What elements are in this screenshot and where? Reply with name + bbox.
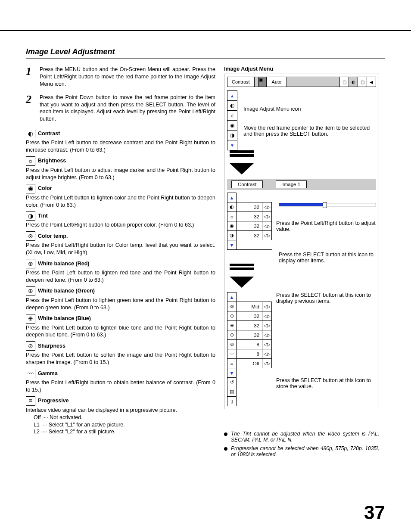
value-cell: 32	[237, 221, 262, 230]
left-right-icon: ◁▷	[262, 320, 272, 330]
adj-desc: Press the Point Left button to lighten r…	[26, 269, 215, 284]
value-list-2: ▲ ⊗Mid◁▷ ⊕32◁▷ ⊕32◁▷ ⊕32◁▷ ⊘8◁▷ 〰8◁▷ ≡Of…	[227, 292, 272, 406]
submenu-label-left: Contrast	[231, 180, 263, 188]
adj-title: White balance (Blue)	[38, 315, 91, 322]
annotation: Press the SELECT button at this icon to …	[279, 252, 376, 264]
up-arrow-icon: ▲	[227, 292, 237, 302]
sharpness-icon: ⊘	[26, 341, 35, 351]
adj-desc: Press the Point Left/Right button to obt…	[26, 221, 215, 229]
big-arrow-icon	[230, 277, 254, 288]
adj-title: White balance (Red)	[38, 260, 89, 268]
value-cell: 32	[237, 320, 262, 330]
value-cell: 32	[237, 311, 262, 320]
adj-desc: Press the Point Left button to lighten b…	[26, 324, 215, 339]
up-arrow-icon: ▲	[227, 193, 237, 202]
value-cell: 8	[237, 349, 262, 358]
progressive-option: L2 ···· Select "L2" for a still picture.	[34, 428, 215, 436]
wb-green-icon: ⊕	[227, 320, 237, 330]
adj-desc: Press the Point Left/Right button to obt…	[26, 379, 215, 394]
down-arrow-icon: ▼	[227, 140, 237, 150]
submenu-label-right: Image 1	[276, 180, 307, 188]
step-2: 2 Press the Point Down button to move th…	[26, 94, 215, 123]
left-right-icon: ◁▷	[262, 302, 272, 311]
adj-desc: Press the Point Left button to lighten g…	[26, 297, 215, 311]
left-right-icon: ◁▷	[262, 311, 272, 320]
value-cell: 32	[237, 202, 262, 212]
annotation: Image Adjust Menu icon	[243, 106, 376, 112]
value-cell: 32	[237, 212, 262, 221]
wb-green-icon: ⊕	[26, 286, 35, 296]
adj-title: Color temp.	[38, 233, 68, 240]
menubar-label: Contrast	[227, 77, 255, 87]
left-right-icon: ◁▷	[262, 330, 272, 339]
adj-desc: Press the Point Left button to decrease …	[26, 139, 215, 154]
annotation: Move the red frame pointer to the item t…	[243, 125, 376, 137]
gamma-icon: 〰	[26, 369, 35, 378]
quit-icon: ▯	[227, 396, 237, 406]
value-cell: 8	[237, 339, 262, 349]
adj-title: Brightness	[38, 157, 66, 165]
tint-icon: ◑	[26, 211, 35, 221]
figure-title: Image Adjust Menu	[224, 66, 379, 72]
brightness-icon: ☼	[26, 156, 35, 166]
value-cell: 32	[237, 230, 262, 240]
sharpness-icon: ⊘	[227, 339, 237, 349]
left-right-icon: ◁▷	[262, 339, 272, 349]
brightness-icon: ☼	[227, 212, 237, 221]
adj-title: Tint	[38, 212, 48, 220]
contrast-icon: ◐	[227, 101, 237, 111]
up-arrow-icon: ▲	[227, 91, 237, 101]
left-right-icon: ◁▷	[262, 230, 272, 240]
store-icon: ▤	[227, 387, 237, 396]
annotation: Press the SELECT button at this icon to …	[276, 292, 376, 304]
adj-desc: Interlace video signal can be displayed …	[26, 407, 215, 414]
tint-icon: ◑	[227, 131, 237, 140]
bullet-icon	[224, 432, 227, 436]
value-list-1: ▲ ◐ 32 ◁▷ ☼ 32 ◁▷ ◉ 32	[227, 193, 272, 250]
step-number: 1	[26, 66, 34, 88]
contrast-icon: ◐	[227, 202, 237, 212]
wb-blue-icon: ⊕	[26, 314, 35, 324]
value-cell: Off	[237, 358, 262, 368]
page-number: 37	[364, 502, 385, 523]
bullet-icon	[224, 447, 227, 451]
adj-desc: Press the Point Left button to adjust im…	[26, 167, 215, 181]
progressive-icon: ≡	[227, 358, 237, 368]
menubar-source-icon: ▣	[258, 77, 267, 87]
gamma-icon: 〰	[227, 349, 237, 358]
left-right-icon: ◁▷	[262, 358, 272, 368]
left-right-icon: ◁▷	[262, 349, 272, 358]
color-icon: ◉	[227, 121, 237, 131]
adj-desc: Press the Point Left button to soften th…	[26, 352, 215, 366]
colortemp-icon: ⊗	[26, 231, 35, 241]
icon-column-1: ▲ ◐ ☼ ◉ ◑ ▼	[227, 90, 237, 150]
value-cell: 32	[237, 330, 262, 339]
down-arrow-icon: ▼	[227, 368, 237, 377]
menubar-icon: ▢	[358, 77, 367, 87]
adj-desc: Press the Point Left/Right button for Co…	[26, 242, 215, 256]
adj-title: Color	[38, 185, 52, 192]
big-arrow-icon	[230, 163, 254, 174]
wb-red-icon: ⊕	[227, 311, 237, 320]
annotation: Press the Point Left/Right button to adj…	[276, 220, 376, 232]
brightness-icon: ☼	[227, 111, 237, 121]
tint-icon: ◑	[227, 230, 237, 240]
note: The Tint cannot be adjusted when the vid…	[224, 431, 379, 443]
step-1: 1 Press the MENU button and the On-Scree…	[26, 66, 215, 88]
step-text: Press the MENU button and the On-Screen …	[40, 66, 215, 88]
progressive-option: Off ···· Not activated.	[34, 414, 215, 421]
color-icon: ◉	[227, 221, 237, 230]
left-right-icon: ◁▷	[262, 202, 272, 212]
contrast-icon: ◐	[26, 129, 35, 138]
section-underline	[26, 58, 385, 59]
menubar: Contrast ▣ Auto ▢ ◐ ▢ ◀	[227, 77, 376, 87]
colortemp-icon: ⊗	[227, 302, 237, 311]
adj-title: Sharpness	[38, 342, 65, 350]
slider	[279, 202, 376, 207]
progressive-option: L1 ···· Select "L1" for an active pictur…	[34, 421, 215, 429]
note: Progressive cannot be selected when 480p…	[224, 445, 379, 457]
menubar-icon: ▢	[339, 77, 349, 87]
value-cell: Mid	[237, 302, 262, 311]
adj-title: White balance (Green)	[38, 287, 95, 295]
menubar-icon: ◀	[367, 77, 376, 87]
